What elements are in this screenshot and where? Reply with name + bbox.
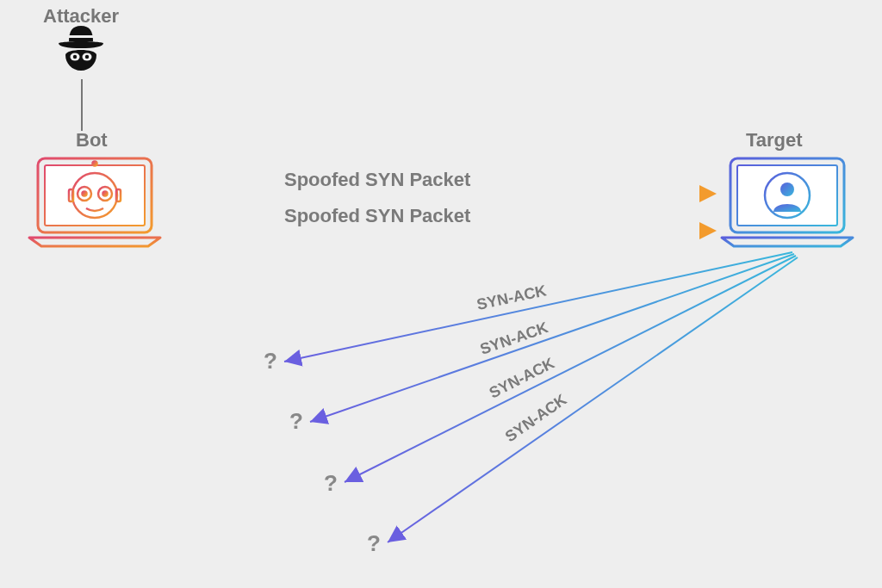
svg-point-19 [780, 183, 794, 196]
attacker-icon [53, 24, 109, 76]
qmark-2: ? [289, 408, 303, 435]
svg-point-9 [93, 162, 97, 166]
svg-rect-6 [45, 165, 145, 226]
arrows-overlay: SYN-ACK SYN-ACK SYN-ACK SYN-ACK [0, 0, 882, 588]
ack-arrow-4 [388, 257, 798, 542]
svg-point-12 [83, 192, 87, 196]
svg-point-4 [85, 55, 89, 59]
target-laptop-icon [718, 155, 856, 250]
diagram-stage: Attacker Bot Target Spoofed SYN Packet S… [0, 0, 882, 588]
syn-packet-1-label: Spoofed SYN Packet [284, 169, 470, 191]
syn-ack-3-label: SYN-ACK [487, 355, 557, 402]
syn-packet-2-label: Spoofed SYN Packet [284, 205, 470, 227]
syn-ack-2-label: SYN-ACK [478, 319, 550, 358]
target-label: Target [746, 129, 803, 152]
svg-point-13 [103, 192, 108, 196]
bot-label: Bot [76, 129, 108, 152]
bot-laptop-icon [26, 155, 164, 250]
ack-arrow-1 [284, 252, 792, 362]
ack-arrow-3 [345, 256, 796, 482]
svg-point-3 [73, 55, 77, 59]
svg-rect-0 [69, 35, 93, 38]
qmark-3: ? [324, 470, 338, 497]
attacker-bot-connector [81, 79, 83, 131]
qmark-4: ? [367, 530, 381, 557]
ack-arrow-2 [310, 254, 794, 422]
syn-ack-4-label: SYN-ACK [502, 391, 570, 445]
syn-ack-1-label: SYN-ACK [475, 282, 548, 313]
qmark-1: ? [264, 348, 277, 374]
